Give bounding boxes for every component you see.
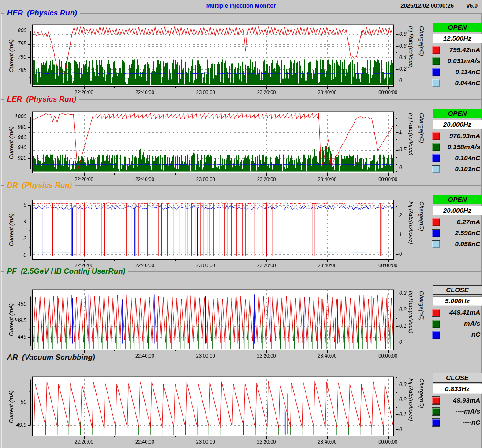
tick-label: 785 (2, 67, 26, 73)
tick-label: 00:00:00 (373, 263, 403, 268)
tick-label: 50 (2, 399, 26, 405)
tick-label: 23:20:00 (251, 177, 281, 182)
panel-title: PF (2.5GeV HB ContInj UserRun) (4, 267, 128, 276)
tick-label: 450 (2, 301, 26, 307)
panel-her: HER (Physics Run) Current (mA) Charge(nC… (1, 13, 482, 100)
panel-title: LER (Physics Run) (4, 95, 79, 104)
reading-value: 2.590nC (436, 229, 480, 237)
tick-label: 23:00:00 (191, 90, 220, 95)
dr-trend-chart (23, 196, 407, 265)
tick-label: 00:00:00 (373, 439, 403, 444)
tick-label: 22:40:00 (130, 177, 160, 182)
reading-value: 449.41mA (436, 309, 480, 316)
ar-trend-chart (23, 373, 407, 441)
tick-label: 980 (2, 124, 26, 130)
reading-value: 49.93mA (436, 396, 480, 404)
tick-label: 6 (2, 202, 26, 208)
version-label: v6.0 (467, 2, 478, 9)
reading-value: 0.104nC (436, 154, 480, 162)
tick-label: 22:40:00 (130, 439, 160, 444)
tick-label: 23:00:00 (191, 439, 220, 444)
panel-pf: PF (2.5GeV HB ContInj UserRun) Current (… (1, 271, 482, 358)
beam-gate-status-button[interactable]: CLOSE (433, 285, 482, 295)
tick-label: 940 (2, 144, 26, 151)
tick-label: 0 (399, 339, 420, 345)
tick-label: 449.5 (2, 317, 26, 324)
panel-title: DR (Physics Run) (4, 181, 75, 190)
tick-label: 23:20:00 (251, 439, 281, 444)
tick-label: 0 (399, 251, 420, 257)
reading-row: ----mA/s (432, 320, 481, 328)
panel-ler: LER (Physics Run) Current (mA) Charge(nC… (1, 99, 482, 186)
panel-title: AR (Vacuum Scrubbing) (4, 353, 98, 362)
tick-label: 0.2 (399, 306, 420, 312)
beam-gate-status-button[interactable]: OPEN (433, 195, 482, 204)
tick-label: 23:20:00 (251, 90, 281, 95)
injection-frequency-display: 5.000Hz (433, 296, 482, 306)
tick-label: 0.4 (399, 54, 420, 60)
beam-gate-status-button[interactable]: CLOSE (433, 373, 482, 383)
tick-label: 449 (2, 334, 26, 340)
panel-title: HER (Physics Run) (4, 9, 80, 18)
reading-row: 0.044nC (432, 79, 481, 88)
reading-row: 2.590nC (432, 229, 481, 238)
reading-value: 0.031mA/s (436, 57, 480, 64)
beam-gate-status-button[interactable]: OPEN (433, 23, 482, 32)
reading-value: ----nC (436, 418, 480, 426)
reading-row: 976.93mA (432, 132, 481, 141)
datetime-label: 2025/12/02 00:00:26 (400, 2, 454, 9)
tick-label: 920 (2, 155, 26, 161)
reading-row: 0.031mA/s (432, 57, 481, 66)
tick-label: 0 (399, 77, 420, 83)
tick-label: 4 (2, 218, 26, 225)
pf-trend-chart (23, 286, 407, 355)
tick-label: 1000 (2, 113, 26, 120)
tick-label: 800 (2, 27, 26, 34)
tick-label: 22:40:00 (130, 90, 160, 95)
tick-label: 0.6 (399, 43, 420, 49)
tick-label: 23:00:00 (191, 177, 220, 182)
multiple-injection-monitor-app: Multiple Injection Monitor 2025/12/02 00… (0, 0, 482, 448)
reading-value: 0.114nC (436, 68, 480, 75)
injection-frequency-display: 12.500Hz (433, 34, 482, 43)
tick-label: 0.5 (399, 147, 420, 153)
panel-dr: DR (Physics Run) Current (mA) Charge(nC)… (1, 185, 482, 272)
tick-label: 1 (399, 231, 420, 237)
reading-row: 449.41mA (432, 309, 481, 317)
reading-row: 0.101nC (432, 165, 481, 174)
y-axis-label: Current (mA) (8, 112, 17, 173)
tick-label: 960 (2, 134, 26, 140)
reading-value: 6.27mA (436, 218, 480, 226)
tick-label: 23:00:00 (191, 263, 220, 268)
injection-frequency-display: 20.000Hz (433, 120, 482, 129)
reading-row: 0.114nC (432, 68, 481, 77)
injection-frequency-display: 0.833Hz (433, 384, 482, 394)
reading-row: 49.93mA (432, 396, 481, 405)
reading-value: 0.058nC (436, 240, 480, 248)
tick-label: 795 (2, 41, 26, 47)
reading-row: 799.42mA (432, 46, 481, 55)
tick-label: 00:00:00 (373, 90, 403, 95)
tick-label: 1 (399, 129, 420, 135)
tick-label: 0.2 (399, 396, 420, 403)
reading-value: 0.044nC (436, 79, 480, 87)
ler-trend-chart (23, 108, 407, 179)
tick-label: 2 (399, 212, 420, 218)
tick-label: 2 (2, 235, 26, 241)
tick-label: 49.9 (2, 422, 26, 428)
beam-gate-status-button[interactable]: OPEN (433, 109, 482, 118)
her-trend-chart (23, 21, 407, 92)
reading-row: 0.058nC (432, 240, 481, 249)
tick-label: 22:20:00 (69, 90, 99, 95)
tick-label: 23:40:00 (312, 177, 342, 182)
tick-label: 23:40:00 (312, 90, 342, 95)
tick-label: 22:20:00 (69, 439, 99, 444)
tick-label: 0 (399, 426, 420, 433)
tick-label: 0 (2, 252, 26, 258)
tick-label: 23:40:00 (312, 263, 342, 268)
reading-value: ----mA/s (436, 320, 480, 327)
tick-label: 23:40:00 (312, 439, 342, 444)
reading-row: 0.158mA/s (432, 143, 481, 152)
tick-label: 790 (2, 54, 26, 60)
tick-label: 0.3 (399, 290, 420, 296)
